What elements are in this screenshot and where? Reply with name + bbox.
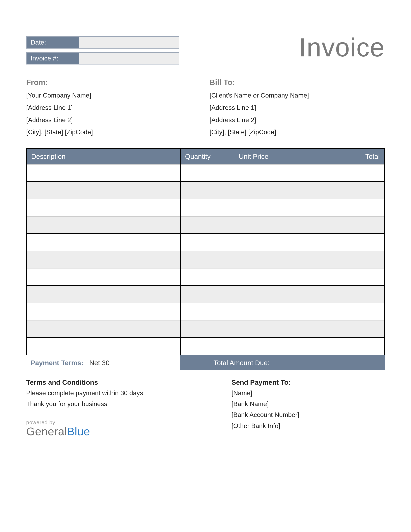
line-items-table: Description Quantity Unit Price Total — [26, 148, 385, 355]
cell-description[interactable] — [27, 285, 180, 303]
table-row — [27, 268, 385, 285]
invoice-number-input[interactable] — [79, 53, 179, 64]
total-amount-due: Total Amount Due: — [180, 355, 385, 370]
page-title: Invoice — [299, 34, 385, 60]
cell-total[interactable] — [295, 268, 384, 285]
bill-to-block: Bill To: [Client's Name or Company Name]… — [210, 78, 385, 138]
cell-total[interactable] — [295, 199, 384, 216]
cell-total[interactable] — [295, 285, 384, 303]
cell-total[interactable] — [295, 303, 384, 320]
footer-brand: powered by GeneralBlue — [26, 419, 224, 438]
brand-part2: Blue — [67, 425, 90, 438]
from-line: [City], [State] [ZipCode] — [26, 126, 201, 138]
table-row — [27, 320, 385, 338]
table-row — [27, 199, 385, 216]
header-unit-price: Unit Price — [234, 149, 295, 164]
from-line: [Address Line 1] — [26, 102, 201, 114]
cell-unit_price[interactable] — [234, 164, 295, 181]
cell-quantity[interactable] — [180, 164, 234, 181]
brand-logo: GeneralBlue — [26, 425, 224, 438]
cell-unit_price[interactable] — [234, 251, 295, 268]
bill-to-line: [Address Line 2] — [210, 114, 385, 126]
cell-description[interactable] — [27, 268, 180, 285]
cell-unit_price[interactable] — [234, 234, 295, 251]
send-payment-line: [Name] — [232, 388, 385, 399]
cell-total[interactable] — [295, 320, 384, 338]
header-description: Description — [27, 149, 180, 164]
cell-description[interactable] — [27, 338, 180, 355]
from-heading: From: — [26, 78, 201, 87]
table-row — [27, 216, 385, 234]
invoice-number-label: Invoice #: — [27, 53, 79, 64]
brand-part1: General — [26, 425, 67, 438]
cell-quantity[interactable] — [180, 251, 234, 268]
cell-unit_price[interactable] — [234, 320, 295, 338]
cell-description[interactable] — [27, 199, 180, 216]
cell-unit_price[interactable] — [234, 216, 295, 234]
table-row — [27, 338, 385, 355]
send-payment-line: [Bank Name] — [232, 399, 385, 409]
cell-quantity[interactable] — [180, 303, 234, 320]
cell-total[interactable] — [295, 234, 384, 251]
cell-description[interactable] — [27, 181, 180, 199]
cell-description[interactable] — [27, 251, 180, 268]
cell-description[interactable] — [27, 216, 180, 234]
cell-quantity[interactable] — [180, 234, 234, 251]
cell-quantity[interactable] — [180, 181, 234, 199]
cell-total[interactable] — [295, 181, 384, 199]
invoice-number-field: Invoice #: — [26, 52, 179, 65]
send-payment-line: [Other Bank Info] — [232, 420, 385, 431]
cell-description[interactable] — [27, 234, 180, 251]
cell-quantity[interactable] — [180, 199, 234, 216]
cell-description[interactable] — [27, 164, 180, 181]
terms-text: Thank you for your business! — [26, 399, 224, 409]
table-row — [27, 251, 385, 268]
from-line: [Address Line 2] — [26, 114, 201, 126]
cell-total[interactable] — [295, 164, 384, 181]
cell-unit_price[interactable] — [234, 303, 295, 320]
payment-terms-value: Net 30 — [89, 359, 109, 367]
date-field: Date: — [26, 36, 179, 48]
send-payment-heading: Send Payment To: — [232, 379, 385, 386]
header-total: Total — [295, 149, 384, 164]
bill-to-line: [City], [State] [ZipCode] — [210, 126, 385, 138]
cell-total[interactable] — [295, 251, 384, 268]
cell-unit_price[interactable] — [234, 181, 295, 199]
cell-quantity[interactable] — [180, 216, 234, 234]
cell-description[interactable] — [27, 303, 180, 320]
bill-to-line: [Client's Name or Company Name] — [210, 89, 385, 102]
from-line: [Your Company Name] — [26, 89, 201, 102]
payment-terms: Payment Terms: Net 30 — [26, 355, 180, 370]
table-row — [27, 234, 385, 251]
total-due-value — [298, 359, 380, 367]
cell-unit_price[interactable] — [234, 268, 295, 285]
table-row — [27, 285, 385, 303]
cell-unit_price[interactable] — [234, 199, 295, 216]
cell-total[interactable] — [295, 338, 384, 355]
table-row — [27, 303, 385, 320]
bill-to-heading: Bill To: — [210, 78, 385, 87]
date-input[interactable] — [79, 37, 179, 48]
table-row — [27, 181, 385, 199]
cell-quantity[interactable] — [180, 268, 234, 285]
date-label: Date: — [27, 37, 79, 48]
cell-quantity[interactable] — [180, 320, 234, 338]
send-payment-line: [Bank Account Number] — [232, 409, 385, 420]
bill-to-line: [Address Line 1] — [210, 102, 385, 114]
cell-unit_price[interactable] — [234, 285, 295, 303]
payment-terms-label: Payment Terms: — [31, 359, 84, 367]
cell-total[interactable] — [295, 216, 384, 234]
cell-description[interactable] — [27, 320, 180, 338]
header-quantity: Quantity — [180, 149, 234, 164]
table-row — [27, 164, 385, 181]
terms-text: Please complete payment within 30 days. — [26, 388, 224, 399]
from-block: From: [Your Company Name] [Address Line … — [26, 78, 201, 138]
terms-heading: Terms and Conditions — [26, 379, 224, 386]
total-due-label: Total Amount Due: — [185, 359, 298, 367]
cell-quantity[interactable] — [180, 285, 234, 303]
cell-quantity[interactable] — [180, 338, 234, 355]
cell-unit_price[interactable] — [234, 338, 295, 355]
